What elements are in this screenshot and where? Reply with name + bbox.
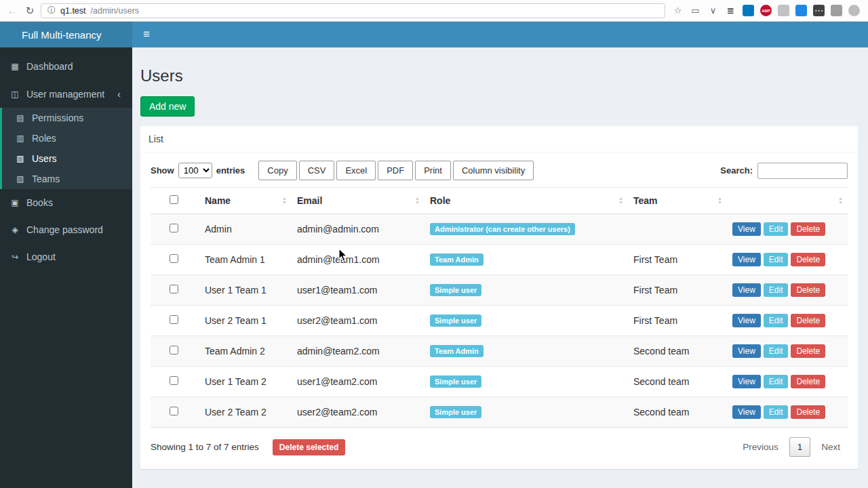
row-checkbox[interactable] bbox=[170, 346, 178, 354]
users-table: Name Email Role bbox=[151, 187, 848, 428]
view-button[interactable]: View bbox=[732, 253, 761, 266]
column-header-actions[interactable] bbox=[727, 188, 848, 214]
view-button[interactable]: View bbox=[732, 405, 761, 419]
sidebar-item-roles[interactable]: ▥ Roles bbox=[2, 128, 132, 148]
view-button[interactable]: View bbox=[732, 283, 761, 297]
edit-button[interactable]: Edit bbox=[764, 375, 789, 388]
delete-button[interactable]: Delete bbox=[791, 344, 825, 358]
sidebar-item-dashboard[interactable]: ▦ Dashboard bbox=[0, 53, 132, 80]
browser-chrome: ← ↻ ⓘ q1.test/admin/users ☆▭∨≣ABP⋯ bbox=[0, 0, 868, 22]
table-row: Team Admin 1admin@team1.comTeam AdminFir… bbox=[151, 245, 848, 275]
delete-button[interactable]: Delete bbox=[791, 222, 825, 236]
sidebar-item-label: Change password bbox=[26, 224, 103, 235]
teams-icon: ▨ bbox=[15, 174, 26, 184]
info-icon[interactable]: ⓘ bbox=[47, 5, 56, 16]
search-input[interactable] bbox=[757, 163, 848, 179]
sidebar-item-users[interactable]: ▧ Users bbox=[2, 148, 132, 169]
edit-button[interactable]: Edit bbox=[764, 222, 789, 236]
cast-icon[interactable]: ▭ bbox=[690, 5, 701, 16]
row-checkbox[interactable] bbox=[170, 254, 178, 263]
delete-button[interactable]: Delete bbox=[791, 314, 825, 327]
pdf-button[interactable]: PDF bbox=[378, 161, 413, 180]
delete-button[interactable]: Delete bbox=[791, 405, 825, 419]
view-button[interactable]: View bbox=[732, 222, 761, 236]
copy-button[interactable]: Copy bbox=[258, 161, 296, 180]
back-icon[interactable]: ← bbox=[5, 5, 19, 16]
email-cell: user2@team1.com bbox=[292, 306, 425, 336]
row-select-cell bbox=[151, 336, 199, 367]
view-button[interactable]: View bbox=[732, 314, 761, 327]
user-management-icon: ◫ bbox=[9, 89, 20, 99]
column-visibility-button[interactable]: Column visibility bbox=[453, 161, 534, 180]
gray-square-icon[interactable] bbox=[831, 5, 842, 16]
delete-selected-button[interactable]: Delete selected bbox=[273, 439, 345, 455]
sidebar-item-books[interactable]: ▣ Books bbox=[0, 189, 132, 216]
row-select-cell bbox=[151, 245, 199, 275]
row-checkbox[interactable] bbox=[170, 376, 178, 385]
sidebar-toggle-icon[interactable]: ≡ bbox=[132, 28, 161, 41]
refresh-icon[interactable]: ↻ bbox=[23, 5, 37, 17]
delete-button[interactable]: Delete bbox=[791, 283, 825, 297]
name-cell: User 1 Team 1 bbox=[199, 275, 292, 306]
email-cell: user1@team2.com bbox=[292, 367, 425, 397]
sidebar-item-logout[interactable]: ↪ Logout bbox=[0, 243, 132, 270]
previous-page-button[interactable]: Previous bbox=[735, 438, 786, 456]
ft-icon[interactable] bbox=[795, 5, 807, 16]
column-header-name[interactable]: Name bbox=[199, 188, 292, 214]
actions-cell: ViewEditDelete bbox=[727, 397, 848, 428]
users-icon: ▧ bbox=[15, 154, 26, 163]
users-table-body: Adminadmin@admin.comAdministrator (can c… bbox=[151, 214, 848, 428]
clip-icon[interactable] bbox=[778, 5, 789, 16]
select-all-checkbox[interactable] bbox=[170, 195, 178, 204]
adblock-icon[interactable]: ABP bbox=[760, 5, 772, 16]
delete-button[interactable]: Delete bbox=[791, 375, 825, 388]
delete-button[interactable]: Delete bbox=[791, 253, 825, 266]
csv-button[interactable]: CSV bbox=[299, 161, 335, 180]
column-header-role[interactable]: Role bbox=[425, 188, 628, 214]
chevron-left-icon: ‹ bbox=[117, 88, 121, 100]
show-label: Show bbox=[151, 165, 174, 176]
column-label: Name bbox=[205, 195, 231, 206]
trello-icon[interactable] bbox=[743, 5, 754, 16]
table-row: User 2 Team 2user2@team2.comSimple userS… bbox=[151, 397, 848, 428]
edit-button[interactable]: Edit bbox=[764, 405, 789, 419]
view-button[interactable]: View bbox=[732, 375, 761, 388]
table-row: User 2 Team 1user2@team1.comSimple userF… bbox=[151, 306, 848, 336]
page-number-button[interactable]: 1 bbox=[789, 437, 811, 457]
url-bar[interactable]: ⓘ q1.test/admin/users bbox=[41, 3, 665, 18]
sidebar-item-permissions[interactable]: ▤ Permissions bbox=[2, 108, 132, 128]
edit-button[interactable]: Edit bbox=[764, 253, 789, 266]
sort-icon bbox=[838, 197, 843, 205]
brand-logo[interactable]: Full Multi-tenancy bbox=[0, 22, 132, 47]
column-header-email[interactable]: Email bbox=[292, 188, 425, 214]
actions-cell: ViewEditDelete bbox=[727, 306, 848, 336]
print-button[interactable]: Print bbox=[415, 161, 451, 180]
sidebar-item-user-management[interactable]: ◫ User management ‹ bbox=[0, 80, 132, 108]
role-badge: Administrator (can create other users) bbox=[430, 223, 575, 235]
excel-button[interactable]: Excel bbox=[336, 161, 376, 180]
team-cell: Second team bbox=[628, 367, 727, 397]
sidebar-item-change-password[interactable]: ◈ Change password bbox=[0, 216, 132, 243]
gray-circle-icon[interactable] bbox=[848, 5, 860, 16]
table-controls: Show 100 entries Copy CSV Excel PDF Prin… bbox=[151, 161, 848, 180]
star-icon[interactable]: ☆ bbox=[672, 5, 684, 16]
more-tools-icon[interactable]: ⋯ bbox=[813, 5, 825, 16]
pocket-icon[interactable]: ∨ bbox=[707, 5, 719, 16]
row-checkbox[interactable] bbox=[170, 407, 178, 415]
page-length-select[interactable]: 100 bbox=[178, 163, 212, 178]
row-checkbox[interactable] bbox=[170, 315, 178, 324]
layers-icon[interactable]: ≣ bbox=[725, 5, 736, 16]
row-checkbox[interactable] bbox=[170, 285, 178, 293]
column-header-team[interactable]: Team bbox=[628, 188, 727, 214]
edit-button[interactable]: Edit bbox=[764, 344, 789, 358]
sidebar-item-teams[interactable]: ▨ Teams bbox=[2, 169, 132, 189]
search-control: Search: bbox=[720, 163, 848, 179]
role-badge: Team Admin bbox=[430, 345, 484, 357]
add-new-button[interactable]: Add new bbox=[140, 96, 195, 117]
view-button[interactable]: View bbox=[732, 344, 761, 358]
role-badge: Simple user bbox=[430, 375, 481, 388]
edit-button[interactable]: Edit bbox=[764, 283, 789, 297]
edit-button[interactable]: Edit bbox=[764, 314, 789, 327]
next-page-button[interactable]: Next bbox=[814, 438, 848, 456]
row-checkbox[interactable] bbox=[170, 224, 178, 232]
